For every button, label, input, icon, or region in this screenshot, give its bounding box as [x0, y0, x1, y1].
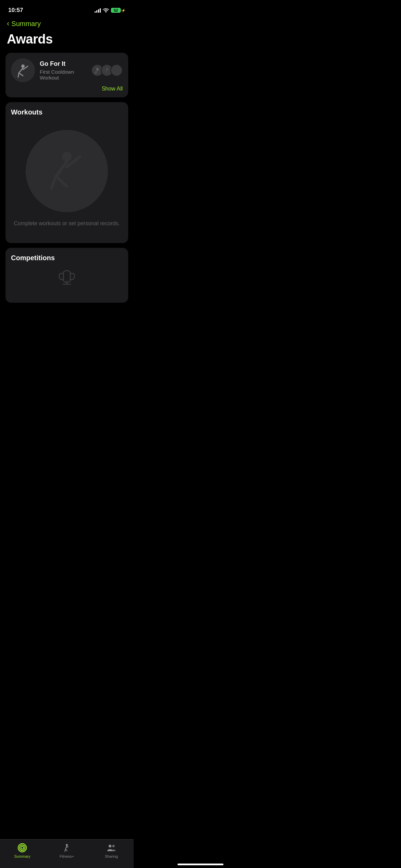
svg-point-13 [116, 68, 118, 70]
workouts-card: Workouts Complete workouts or set pe [5, 102, 128, 243]
charging-icon: ⚡ [121, 9, 125, 12]
thumb-icon-2 [104, 67, 110, 74]
award-title: Go For It [40, 60, 86, 68]
workout-empty-container: Complete workouts or set personal record… [11, 123, 123, 237]
svg-line-4 [19, 73, 23, 76]
svg-line-11 [105, 70, 107, 72]
status-bar: 10:57 52 ⚡ [0, 0, 134, 19]
wifi-icon [103, 8, 109, 13]
award-subtitle: First Cooldown Workout [40, 69, 86, 81]
battery-icon: 52 ⚡ [111, 8, 125, 13]
workout-empty-text: Complete workouts or set personal record… [14, 220, 120, 227]
cooldown-icon [15, 63, 31, 78]
award-info: Go For It First Cooldown Workout [40, 60, 86, 81]
svg-line-17 [57, 170, 61, 176]
svg-line-18 [51, 176, 56, 188]
page-title: Awards [0, 31, 134, 53]
workout-big-icon-circle [26, 130, 108, 212]
svg-point-0 [21, 64, 25, 68]
competitions-card: Competitions [5, 248, 128, 303]
workout-empty-icon [43, 147, 91, 195]
thumb-circle-3 [110, 64, 123, 76]
svg-point-5 [96, 68, 98, 70]
competitions-partial-icon-row [11, 269, 123, 286]
status-icons: 52 ⚡ [95, 8, 125, 13]
back-chevron-icon: ‹ [7, 20, 9, 27]
thumb-icon-1 [94, 67, 101, 74]
main-content: Go For It First Cooldown Workout [0, 53, 134, 337]
show-all-row: Show All [11, 86, 123, 92]
thumb-icon-3 [113, 67, 120, 74]
awards-card: Go For It First Cooldown Workout [5, 53, 128, 97]
svg-line-9 [96, 72, 97, 73]
svg-line-1 [19, 68, 23, 73]
workouts-section-title: Workouts [11, 108, 123, 116]
status-time: 10:57 [8, 7, 23, 14]
award-icon-circle [11, 58, 35, 82]
award-thumbnails [91, 64, 123, 76]
svg-point-14 [62, 152, 72, 161]
svg-line-3 [18, 73, 19, 77]
back-label: Summary [11, 20, 41, 28]
competitions-icon [53, 269, 81, 286]
awards-card-inner: Go For It First Cooldown Workout [11, 58, 123, 82]
competitions-section-title: Competitions [11, 254, 123, 262]
show-all-button[interactable]: Show All [102, 86, 123, 92]
back-navigation[interactable]: ‹ Summary [0, 19, 134, 31]
signal-icon [95, 8, 101, 13]
svg-line-6 [96, 70, 97, 72]
svg-point-10 [106, 68, 108, 70]
svg-line-19 [56, 176, 67, 186]
